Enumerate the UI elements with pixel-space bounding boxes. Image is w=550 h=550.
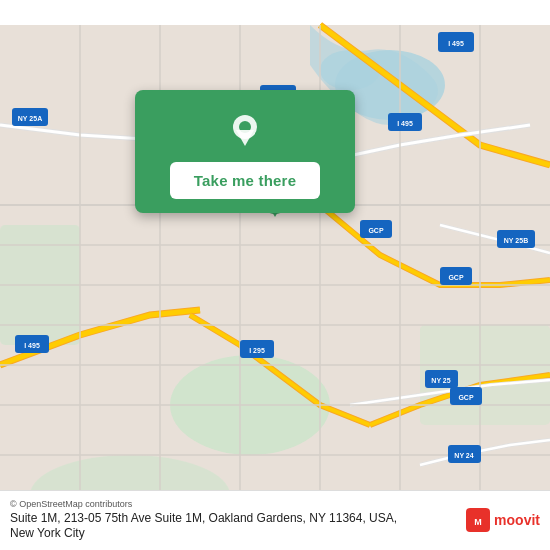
svg-text:M: M <box>474 517 482 527</box>
svg-text:I 495: I 495 <box>448 40 464 47</box>
svg-text:NY 24: NY 24 <box>454 452 473 459</box>
location-card: Take me there <box>135 90 355 213</box>
svg-text:NY 25: NY 25 <box>431 377 450 384</box>
map-background: NY 25A NY 25A NY 25A I 495 I 495 I 495 I… <box>0 0 550 550</box>
map-container: NY 25A NY 25A NY 25A I 495 I 495 I 495 I… <box>0 0 550 550</box>
bottom-bar: © OpenStreetMap contributors Suite 1M, 2… <box>0 490 550 550</box>
svg-text:NY 25B: NY 25B <box>504 237 528 244</box>
moovit-logo: M moovit <box>466 508 540 532</box>
svg-text:I 295: I 295 <box>249 347 265 354</box>
moovit-icon: M <box>466 508 490 532</box>
svg-text:GCP: GCP <box>448 274 464 281</box>
address-text: Suite 1M, 213-05 75th Ave Suite 1M, Oakl… <box>10 511 410 542</box>
openstreetmap-credit: © OpenStreetMap contributors <box>10 499 410 509</box>
svg-text:GCP: GCP <box>368 227 384 234</box>
svg-marker-52 <box>236 130 254 146</box>
svg-text:GCP: GCP <box>458 394 474 401</box>
svg-text:I 495: I 495 <box>24 342 40 349</box>
svg-text:NY 25A: NY 25A <box>18 115 42 122</box>
moovit-label: moovit <box>494 512 540 528</box>
svg-text:I 495: I 495 <box>397 120 413 127</box>
location-pin-icon <box>223 108 267 152</box>
bottom-left-info: © OpenStreetMap contributors Suite 1M, 2… <box>10 499 410 542</box>
take-me-there-button[interactable]: Take me there <box>170 162 320 199</box>
